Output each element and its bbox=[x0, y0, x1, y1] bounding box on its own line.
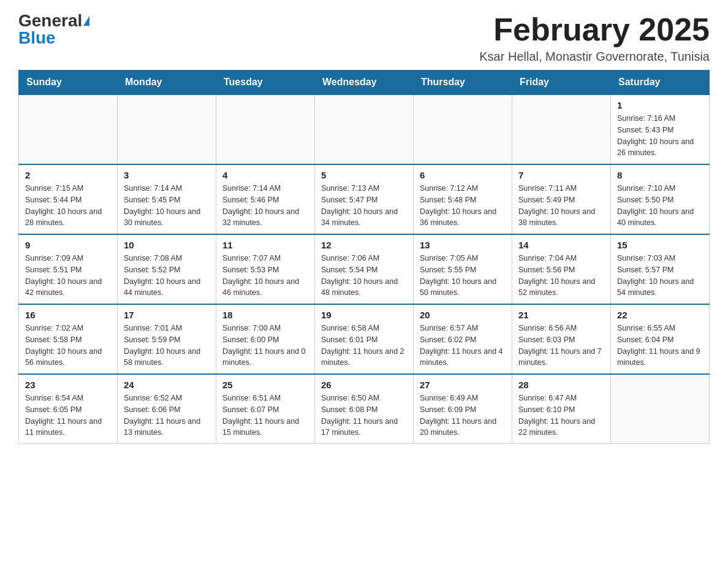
day-info: Sunrise: 6:47 AMSunset: 6:10 PMDaylight:… bbox=[518, 393, 604, 439]
day-number: 14 bbox=[518, 240, 604, 250]
calendar-cell: 24Sunrise: 6:52 AMSunset: 6:06 PMDayligh… bbox=[118, 374, 216, 444]
day-info: Sunrise: 7:06 AMSunset: 5:54 PMDaylight:… bbox=[321, 253, 407, 299]
day-info: Sunrise: 6:58 AMSunset: 6:01 PMDaylight:… bbox=[321, 323, 407, 369]
week-row-3: 9Sunrise: 7:09 AMSunset: 5:51 PMDaylight… bbox=[19, 234, 710, 304]
day-number: 16 bbox=[25, 310, 111, 320]
calendar-cell: 8Sunrise: 7:10 AMSunset: 5:50 PMDaylight… bbox=[611, 164, 710, 234]
day-number: 5 bbox=[321, 170, 407, 180]
day-number: 15 bbox=[617, 240, 703, 250]
column-header-wednesday: Wednesday bbox=[315, 71, 414, 95]
calendar-cell: 28Sunrise: 6:47 AMSunset: 6:10 PMDayligh… bbox=[512, 374, 611, 444]
calendar-cell: 23Sunrise: 6:54 AMSunset: 6:05 PMDayligh… bbox=[19, 374, 118, 444]
week-row-2: 2Sunrise: 7:15 AMSunset: 5:44 PMDaylight… bbox=[19, 164, 710, 234]
column-header-monday: Monday bbox=[118, 71, 216, 95]
calendar-cell: 25Sunrise: 6:51 AMSunset: 6:07 PMDayligh… bbox=[216, 374, 315, 444]
calendar-cell: 1Sunrise: 7:16 AMSunset: 5:43 PMDaylight… bbox=[611, 94, 710, 164]
column-header-thursday: Thursday bbox=[414, 71, 512, 95]
day-number: 12 bbox=[321, 240, 407, 250]
day-info: Sunrise: 6:57 AMSunset: 6:02 PMDaylight:… bbox=[420, 323, 506, 369]
day-number: 3 bbox=[124, 170, 210, 180]
day-info: Sunrise: 6:55 AMSunset: 6:04 PMDaylight:… bbox=[617, 323, 703, 369]
calendar-cell: 12Sunrise: 7:06 AMSunset: 5:54 PMDayligh… bbox=[315, 234, 414, 304]
day-info: Sunrise: 6:50 AMSunset: 6:08 PMDaylight:… bbox=[321, 393, 407, 439]
day-number: 19 bbox=[321, 310, 407, 320]
day-info: Sunrise: 6:49 AMSunset: 6:09 PMDaylight:… bbox=[420, 393, 506, 439]
column-header-sunday: Sunday bbox=[19, 71, 118, 95]
day-number: 25 bbox=[222, 380, 308, 390]
calendar-cell: 19Sunrise: 6:58 AMSunset: 6:01 PMDayligh… bbox=[315, 304, 414, 374]
day-info: Sunrise: 7:15 AMSunset: 5:44 PMDaylight:… bbox=[25, 183, 111, 229]
day-number: 24 bbox=[124, 380, 210, 390]
day-number: 13 bbox=[420, 240, 506, 250]
calendar-cell: 10Sunrise: 7:08 AMSunset: 5:52 PMDayligh… bbox=[118, 234, 216, 304]
logo: General Blue bbox=[18, 12, 89, 47]
day-number: 22 bbox=[617, 310, 703, 320]
location-subtitle: Ksar Hellal, Monastir Governorate, Tunis… bbox=[479, 50, 710, 64]
day-info: Sunrise: 7:08 AMSunset: 5:52 PMDaylight:… bbox=[124, 253, 210, 299]
day-info: Sunrise: 6:51 AMSunset: 6:07 PMDaylight:… bbox=[222, 393, 308, 439]
calendar-cell: 11Sunrise: 7:07 AMSunset: 5:53 PMDayligh… bbox=[216, 234, 315, 304]
calendar-cell bbox=[512, 94, 611, 164]
day-number: 4 bbox=[222, 170, 308, 180]
column-header-saturday: Saturday bbox=[611, 71, 710, 95]
page-header: General Blue February 2025 Ksar Hellal, … bbox=[18, 12, 710, 64]
week-row-1: 1Sunrise: 7:16 AMSunset: 5:43 PMDaylight… bbox=[19, 94, 710, 164]
calendar-cell: 16Sunrise: 7:02 AMSunset: 5:58 PMDayligh… bbox=[19, 304, 118, 374]
calendar-cell bbox=[118, 94, 216, 164]
calendar-cell: 14Sunrise: 7:04 AMSunset: 5:56 PMDayligh… bbox=[512, 234, 611, 304]
calendar-cell: 27Sunrise: 6:49 AMSunset: 6:09 PMDayligh… bbox=[414, 374, 512, 444]
calendar-cell: 26Sunrise: 6:50 AMSunset: 6:08 PMDayligh… bbox=[315, 374, 414, 444]
day-number: 27 bbox=[420, 380, 506, 390]
day-number: 6 bbox=[420, 170, 506, 180]
day-info: Sunrise: 7:16 AMSunset: 5:43 PMDaylight:… bbox=[617, 113, 703, 159]
calendar-cell: 2Sunrise: 7:15 AMSunset: 5:44 PMDaylight… bbox=[19, 164, 118, 234]
day-number: 20 bbox=[420, 310, 506, 320]
calendar-cell bbox=[19, 94, 118, 164]
day-info: Sunrise: 7:12 AMSunset: 5:48 PMDaylight:… bbox=[420, 183, 506, 229]
calendar-cell: 5Sunrise: 7:13 AMSunset: 5:47 PMDaylight… bbox=[315, 164, 414, 234]
day-info: Sunrise: 7:10 AMSunset: 5:50 PMDaylight:… bbox=[617, 183, 703, 229]
day-info: Sunrise: 6:52 AMSunset: 6:06 PMDaylight:… bbox=[124, 393, 210, 439]
column-header-tuesday: Tuesday bbox=[216, 71, 315, 95]
calendar-cell bbox=[611, 374, 710, 444]
calendar-header-row: SundayMondayTuesdayWednesdayThursdayFrid… bbox=[19, 71, 710, 95]
day-info: Sunrise: 7:11 AMSunset: 5:49 PMDaylight:… bbox=[518, 183, 604, 229]
day-number: 7 bbox=[518, 170, 604, 180]
calendar-cell: 18Sunrise: 7:00 AMSunset: 6:00 PMDayligh… bbox=[216, 304, 315, 374]
day-info: Sunrise: 7:00 AMSunset: 6:00 PMDaylight:… bbox=[222, 323, 308, 369]
day-info: Sunrise: 7:13 AMSunset: 5:47 PMDaylight:… bbox=[321, 183, 407, 229]
day-info: Sunrise: 6:56 AMSunset: 6:03 PMDaylight:… bbox=[518, 323, 604, 369]
calendar-cell: 3Sunrise: 7:14 AMSunset: 5:45 PMDaylight… bbox=[118, 164, 216, 234]
day-info: Sunrise: 6:54 AMSunset: 6:05 PMDaylight:… bbox=[25, 393, 111, 439]
calendar-cell: 4Sunrise: 7:14 AMSunset: 5:46 PMDaylight… bbox=[216, 164, 315, 234]
day-info: Sunrise: 7:05 AMSunset: 5:55 PMDaylight:… bbox=[420, 253, 506, 299]
week-row-4: 16Sunrise: 7:02 AMSunset: 5:58 PMDayligh… bbox=[19, 304, 710, 374]
day-info: Sunrise: 7:02 AMSunset: 5:58 PMDaylight:… bbox=[25, 323, 111, 369]
calendar-cell: 6Sunrise: 7:12 AMSunset: 5:48 PMDaylight… bbox=[414, 164, 512, 234]
day-number: 21 bbox=[518, 310, 604, 320]
calendar-cell bbox=[414, 94, 512, 164]
title-section: February 2025 Ksar Hellal, Monastir Gove… bbox=[479, 12, 710, 64]
calendar-cell bbox=[216, 94, 315, 164]
calendar-table: SundayMondayTuesdayWednesdayThursdayFrid… bbox=[18, 70, 710, 444]
day-number: 23 bbox=[25, 380, 111, 390]
day-number: 1 bbox=[617, 100, 703, 110]
logo-triangle-icon bbox=[83, 16, 89, 26]
day-number: 2 bbox=[25, 170, 111, 180]
month-year-title: February 2025 bbox=[479, 12, 710, 47]
calendar-cell: 7Sunrise: 7:11 AMSunset: 5:49 PMDaylight… bbox=[512, 164, 611, 234]
day-info: Sunrise: 7:03 AMSunset: 5:57 PMDaylight:… bbox=[617, 253, 703, 299]
day-number: 28 bbox=[518, 380, 604, 390]
day-number: 10 bbox=[124, 240, 210, 250]
day-info: Sunrise: 7:14 AMSunset: 5:45 PMDaylight:… bbox=[124, 183, 210, 229]
calendar-cell: 20Sunrise: 6:57 AMSunset: 6:02 PMDayligh… bbox=[414, 304, 512, 374]
day-info: Sunrise: 7:04 AMSunset: 5:56 PMDaylight:… bbox=[518, 253, 604, 299]
day-info: Sunrise: 7:07 AMSunset: 5:53 PMDaylight:… bbox=[222, 253, 308, 299]
day-number: 26 bbox=[321, 380, 407, 390]
calendar-cell: 15Sunrise: 7:03 AMSunset: 5:57 PMDayligh… bbox=[611, 234, 710, 304]
calendar-cell bbox=[315, 94, 414, 164]
day-info: Sunrise: 7:14 AMSunset: 5:46 PMDaylight:… bbox=[222, 183, 308, 229]
column-header-friday: Friday bbox=[512, 71, 611, 95]
logo-general-text: General bbox=[18, 12, 82, 29]
logo-blue-text: Blue bbox=[18, 29, 56, 47]
